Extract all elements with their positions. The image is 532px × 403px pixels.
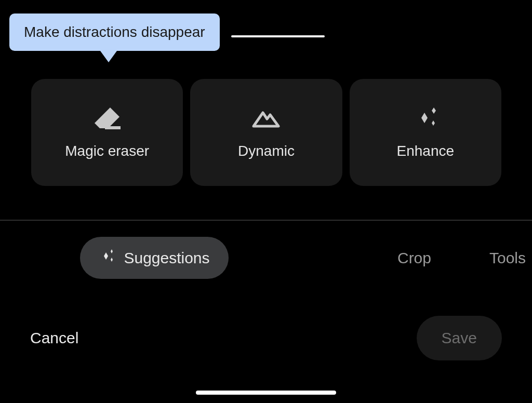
tooltip-text: Make distractions disappear — [24, 24, 205, 40]
home-indicator — [196, 391, 336, 395]
tab-tools[interactable]: Tools — [487, 249, 528, 267]
editor-tabs: Suggestions Crop Tools — [0, 237, 532, 279]
tab-crop[interactable]: Crop — [395, 249, 433, 267]
tab-crop-label: Crop — [397, 249, 431, 267]
enhance-label: Enhance — [397, 143, 455, 159]
enhance-card[interactable]: Enhance — [350, 79, 501, 186]
cancel-label: Cancel — [30, 329, 78, 346]
svg-rect-0 — [105, 126, 121, 129]
dynamic-card[interactable]: Dynamic — [190, 79, 342, 186]
tab-suggestions-label: Suggestions — [124, 249, 209, 267]
action-bar: Cancel Save — [0, 316, 532, 360]
suggestion-cards-row: Magic eraser Dynamic Enhance — [31, 79, 501, 186]
magic-eraser-label: Magic eraser — [65, 143, 149, 159]
magic-eraser-card[interactable]: Magic eraser — [31, 79, 183, 186]
tooltip: Make distractions disappear — [9, 14, 220, 51]
dynamic-label: Dynamic — [238, 143, 295, 159]
save-label: Save — [442, 329, 477, 346]
tooltip-bubble: Make distractions disappear — [9, 14, 220, 51]
tab-tools-label: Tools — [489, 249, 526, 267]
eraser-icon — [92, 105, 122, 130]
save-button[interactable]: Save — [417, 316, 502, 360]
section-divider — [0, 220, 532, 221]
tab-suggestions[interactable]: Suggestions — [80, 237, 228, 279]
sparkle-icon — [410, 105, 441, 130]
cancel-button[interactable]: Cancel — [30, 329, 78, 347]
mountain-icon — [251, 105, 281, 130]
sparkle-icon — [99, 247, 116, 268]
tooltip-connector-line — [231, 35, 325, 37]
